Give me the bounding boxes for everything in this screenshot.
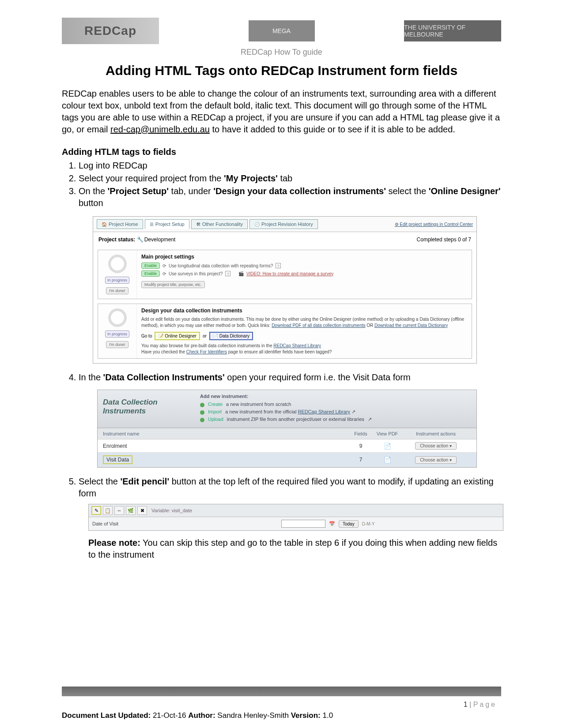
- enrolment-link[interactable]: Enrolment: [103, 443, 348, 449]
- plus-icon: [200, 418, 204, 422]
- enable-longitudinal-button[interactable]: Enable: [141, 263, 160, 269]
- check-icon: ⟳: [162, 271, 166, 276]
- im-done-button[interactable]: I'm done!: [106, 341, 128, 348]
- mega-logo: MEGA: [249, 20, 315, 41]
- od-label: Online Designer: [165, 334, 196, 338]
- goto-row: Go to 📝 Online Designer or 📄 Data Dictio…: [141, 332, 467, 340]
- auth-v: Sandra Henley-Smith: [215, 711, 291, 720]
- create-button[interactable]: Create: [208, 402, 223, 407]
- edit-settings-link[interactable]: ⚙ Edit project settings in Control Cente…: [395, 222, 473, 227]
- branch-button[interactable]: 🌿: [126, 506, 136, 515]
- delete-icon: ✖: [140, 508, 144, 514]
- shared-library-link[interactable]: REDCap Shared Library: [273, 343, 321, 348]
- move-button[interactable]: ↔: [114, 506, 124, 515]
- import-text-a: a new instrument from the official: [225, 409, 298, 414]
- today-button[interactable]: Today: [339, 520, 359, 528]
- pencil-icon: ✎: [94, 508, 98, 514]
- import-shared-library-link[interactable]: REDCap Shared Library: [298, 409, 350, 414]
- tab-other-functionality[interactable]: 🛠Other Functionality: [191, 219, 248, 229]
- completed-steps: Completed steps 0 of 7: [417, 236, 471, 243]
- pdf-icon[interactable]: 📄: [374, 443, 401, 450]
- delete-button[interactable]: ✖: [137, 506, 147, 515]
- online-designer-button[interactable]: 📝 Online Designer: [155, 332, 200, 340]
- step-4: In the 'Data Collection Instruments' ope…: [79, 372, 501, 383]
- list-icon: ☰: [150, 222, 154, 227]
- help-icon[interactable]: ?: [225, 271, 230, 276]
- pw: Page: [473, 701, 497, 708]
- edit-pencil-button[interactable]: ✎: [91, 506, 101, 515]
- check-identifiers-link[interactable]: Check For Identifiers: [186, 349, 227, 354]
- upload-button[interactable]: Upload: [208, 417, 223, 422]
- video-icon: 🎬: [238, 271, 244, 276]
- s5b: 'Edit pencil': [121, 477, 170, 486]
- copy-button[interactable]: 📋: [103, 506, 113, 515]
- in-progress-badge: In progress: [105, 330, 129, 338]
- page-number: 1 | Page: [464, 701, 497, 709]
- note-paragraph: Please note: You can skip this step and …: [88, 537, 501, 561]
- p2t3a: Have you checked the: [141, 349, 186, 354]
- enable-surveys-button[interactable]: Enable: [141, 270, 160, 277]
- instruments-top: Data Collection Instruments Add new inst…: [98, 390, 476, 428]
- ver-l: Version:: [291, 711, 321, 720]
- download-pdf-link[interactable]: Download PDF of all data collection inst…: [272, 323, 365, 328]
- col-fields: Fields: [348, 431, 374, 436]
- panel-right-2: Design your data collection instruments …: [137, 304, 472, 358]
- s4b: 'Data Collection Instruments': [103, 372, 225, 382]
- enrolment-fields: 9: [348, 443, 374, 449]
- step-1: Log into REDCap: [79, 160, 501, 172]
- video-link[interactable]: VIDEO: How to create and manage a survey: [246, 271, 333, 276]
- redcap-logo: REDCap: [62, 18, 159, 44]
- instruments-table-head: Instrument name Fields View PDF Instrume…: [98, 428, 476, 439]
- add-import-row: Import a new instrument from the officia…: [200, 409, 471, 415]
- upd-l: Document Last Updated:: [62, 711, 151, 720]
- help-icon[interactable]: ?: [276, 263, 281, 268]
- branch-icon: 🌿: [128, 508, 134, 514]
- panel-right-1: Main project settings Enable ⟳ Use longi…: [137, 250, 472, 299]
- s3d: 'Design your data collection instruments…: [213, 186, 386, 196]
- pdf-icon[interactable]: 📄: [374, 456, 401, 463]
- tab-project-home[interactable]: 🏠Project Home: [97, 219, 143, 229]
- instruments-add: Add new instrument: Create a new instrum…: [195, 390, 476, 428]
- edit-link-text: Edit project settings in Control Center: [400, 222, 473, 227]
- visitdata-fields: 7: [348, 457, 374, 463]
- history-icon: 🕘: [254, 222, 260, 227]
- modify-project-button[interactable]: Modify project title, purpose, etc.: [141, 281, 205, 288]
- field-label: Date of Visit: [92, 521, 278, 526]
- document-metadata: Document Last Updated: 21-Oct-16 Author:…: [62, 711, 333, 720]
- plus-icon: [200, 403, 204, 407]
- screenshot-field-toolbar: ✎ 📋 ↔ 🌿 ✖ Variable: visit_date Date of V…: [88, 504, 503, 531]
- ver-v: 1.0: [321, 711, 333, 720]
- s4a: In the: [79, 372, 103, 382]
- intro-email-link[interactable]: red-cap@unimelb.edu.au: [110, 124, 210, 134]
- panel-left-1: In progress I'm done!: [98, 250, 137, 299]
- step-5: Select the 'Edit pencil' button at the t…: [79, 476, 501, 499]
- ca1: Choose action: [420, 443, 448, 448]
- tab-project-setup[interactable]: ☰Project Setup: [145, 219, 189, 229]
- data-dictionary-button[interactable]: 📄 Data Dictionary: [209, 332, 253, 340]
- s3b: 'Project Setup': [108, 186, 169, 196]
- panel-design-instruments: In progress I'm done! Design your data c…: [98, 304, 472, 359]
- tab-home-label: Project Home: [109, 221, 138, 227]
- goto-label: Go to: [141, 334, 152, 338]
- choose-action-button[interactable]: Choose action ▾: [415, 456, 457, 464]
- shared-library-text: You may also browse for pre-built data c…: [141, 343, 467, 349]
- import-button[interactable]: Import: [208, 409, 222, 414]
- tools-icon: 🛠: [196, 222, 200, 227]
- date-input[interactable]: [281, 520, 325, 528]
- longitudinal-label: Use longitudinal data collection with re…: [169, 263, 273, 268]
- panel-main-settings: In progress I'm done! Main project setti…: [98, 250, 472, 299]
- progress-circle-icon: [108, 255, 127, 273]
- tab-revision-history[interactable]: 🕘Project Revision History: [249, 219, 318, 229]
- move-icon: ↔: [117, 508, 122, 513]
- calendar-icon[interactable]: 📅: [329, 521, 335, 527]
- download-dd-link[interactable]: Download the current Data Dictionary: [374, 323, 448, 328]
- visit-data-link[interactable]: Visit Data: [103, 455, 132, 464]
- wrench-icon: 🔧: [137, 236, 144, 243]
- im-done-button[interactable]: I'm done!: [106, 287, 128, 294]
- s3g: button: [79, 198, 103, 208]
- s4c: open your required form i.e. the Visit D…: [225, 372, 411, 382]
- page-title: Adding HTML Tags onto REDCap Instrument …: [62, 63, 501, 78]
- field-toolbar: ✎ 📋 ↔ 🌿 ✖ Variable: visit_date: [89, 504, 503, 517]
- external-icon: ↗: [351, 409, 355, 414]
- choose-action-button[interactable]: Choose action ▾: [415, 442, 457, 450]
